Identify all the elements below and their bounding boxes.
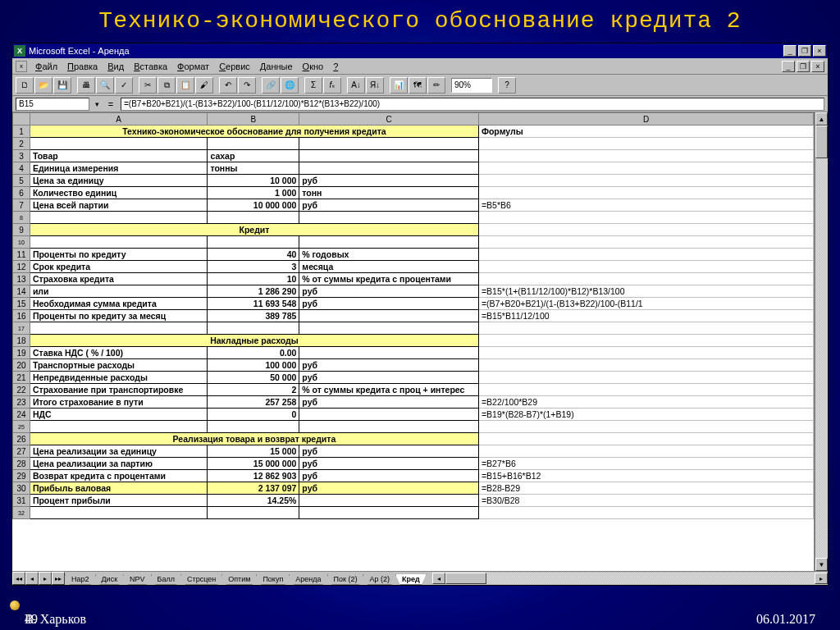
cell[interactable]: Необходимая сумма кредита [30, 298, 208, 310]
cell[interactable]: Товар [30, 150, 208, 162]
scroll-down-button[interactable]: ▼ [815, 558, 828, 571]
row-header-30[interactable]: 30 [13, 482, 30, 495]
cell[interactable]: 0.00 [208, 347, 299, 359]
undo-button[interactable]: ↶ [219, 77, 237, 94]
cell[interactable]: месяца [299, 261, 479, 273]
cell[interactable] [478, 421, 813, 433]
menu-Файл[interactable]: Файл [30, 60, 62, 73]
cell[interactable] [299, 138, 479, 150]
cell[interactable]: руб [299, 372, 479, 384]
sort-asc-button[interactable]: A↓ [347, 77, 365, 94]
maximize-button[interactable]: ❐ [798, 45, 811, 57]
cell[interactable] [299, 150, 479, 162]
cell[interactable] [299, 310, 479, 322]
cell[interactable]: Формулы [478, 126, 813, 138]
cell[interactable] [299, 322, 479, 335]
cell[interactable]: =B19*(B28-B7)*(1+B19) [478, 409, 813, 421]
cell[interactable]: Единица измерения [30, 162, 208, 175]
spell-button[interactable]: ✓ [115, 77, 133, 94]
cell[interactable]: % от суммы кредита с проц + интерес [299, 384, 479, 396]
cell[interactable] [478, 187, 813, 199]
cell[interactable] [208, 322, 299, 335]
cell[interactable]: руб [299, 470, 479, 482]
new-button[interactable]: 🗋 [16, 77, 34, 94]
cell[interactable]: =(B7+B20+B21)/(1-(B13+B22)/100-(B11/1 [478, 298, 813, 310]
row-header-18[interactable]: 18 [13, 335, 30, 347]
tab-prev-button[interactable]: ◂ [25, 572, 39, 585]
cell[interactable]: Цена всей партии [30, 199, 208, 212]
cell[interactable] [299, 236, 479, 249]
cell[interactable] [478, 273, 813, 285]
sheet-tab-Покуп[interactable]: Покуп [256, 574, 290, 585]
col-header-B[interactable]: B [208, 113, 299, 126]
row-header-10[interactable]: 10 [13, 236, 30, 249]
cell[interactable]: 257 258 [208, 396, 299, 409]
select-all[interactable] [13, 113, 30, 126]
sheet-tab-Стрсцен[interactable]: Стрсцен [180, 574, 222, 585]
cell[interactable] [30, 236, 208, 249]
cell[interactable]: 10 000 000 [208, 199, 299, 212]
sort-desc-button[interactable]: Я↓ [366, 77, 384, 94]
sheet-tab-Аренда[interactable]: Аренда [289, 574, 327, 585]
cell[interactable]: тонн [299, 187, 479, 199]
cell[interactable]: Страховка кредита [30, 273, 208, 285]
sheet-tab-Диск[interactable]: Диск [95, 574, 125, 585]
cell[interactable]: 15 000 [208, 445, 299, 458]
row-header-17[interactable]: 17 [13, 322, 30, 335]
cell[interactable]: руб [299, 458, 479, 470]
row-header-24[interactable]: 24 [13, 409, 30, 421]
cell[interactable]: =B30/B28 [478, 495, 813, 507]
cell[interactable]: Кредит [30, 224, 478, 236]
doc-minimize-button[interactable]: _ [782, 61, 795, 72]
hscroll-left-button[interactable]: ◂ [432, 573, 445, 584]
row-header-23[interactable]: 23 [13, 396, 30, 409]
row-header-25[interactable]: 25 [13, 421, 30, 433]
cell[interactable]: 12 862 903 [208, 470, 299, 482]
cell[interactable]: =B28-B29 [478, 482, 813, 495]
cell[interactable] [208, 421, 299, 433]
cell[interactable] [30, 138, 208, 150]
scroll-thumb[interactable] [815, 126, 828, 158]
cell[interactable]: Итого страхование в пути [30, 396, 208, 409]
row-header-31[interactable]: 31 [13, 495, 30, 507]
cell[interactable]: =B5*B6 [478, 199, 813, 212]
doc-icon[interactable]: x [16, 61, 27, 72]
row-header-6[interactable]: 6 [13, 187, 30, 199]
hscroll-right-button[interactable]: ▸ [815, 573, 828, 584]
cell[interactable] [299, 212, 479, 224]
menu-Данные[interactable]: Данные [255, 60, 298, 73]
menu-?[interactable]: ? [328, 60, 343, 73]
cell[interactable]: руб [299, 285, 479, 298]
row-header-1[interactable]: 1 [13, 126, 30, 138]
menu-Сервис[interactable]: Сервис [214, 60, 255, 73]
horizontal-scrollbar[interactable]: ◂ ▸ [426, 572, 828, 585]
cell[interactable]: Цена реализации за единицу [30, 445, 208, 458]
cell[interactable]: 10 000 [208, 175, 299, 187]
cell[interactable] [478, 507, 813, 519]
row-header-27[interactable]: 27 [13, 445, 30, 458]
cell[interactable]: 100 000 [208, 359, 299, 372]
cell[interactable] [30, 507, 208, 519]
cell[interactable] [478, 359, 813, 372]
cell[interactable]: =B15*(1+(B11/12/100)*B12)*B13/100 [478, 285, 813, 298]
function-button[interactable]: fₓ [323, 77, 341, 94]
cell[interactable]: =B22/100*B29 [478, 396, 813, 409]
sheet-tab-Балл[interactable]: Балл [151, 574, 181, 585]
cell[interactable] [299, 507, 479, 519]
cell[interactable] [299, 162, 479, 175]
cell[interactable] [478, 261, 813, 273]
row-header-4[interactable]: 4 [13, 162, 30, 175]
cell[interactable]: 50 000 [208, 372, 299, 384]
row-header-12[interactable]: 12 [13, 261, 30, 273]
cell[interactable]: % годовых [299, 249, 479, 261]
cell[interactable] [478, 384, 813, 396]
cell[interactable]: 1 000 [208, 187, 299, 199]
doc-maximize-button[interactable]: ❐ [797, 61, 810, 72]
hscroll-thumb[interactable] [445, 573, 486, 584]
redo-button[interactable]: ↷ [238, 77, 256, 94]
cell[interactable] [299, 409, 479, 421]
row-header-13[interactable]: 13 [13, 273, 30, 285]
cell[interactable] [478, 162, 813, 175]
save-button[interactable]: 💾 [53, 77, 71, 94]
cell[interactable] [30, 421, 208, 433]
